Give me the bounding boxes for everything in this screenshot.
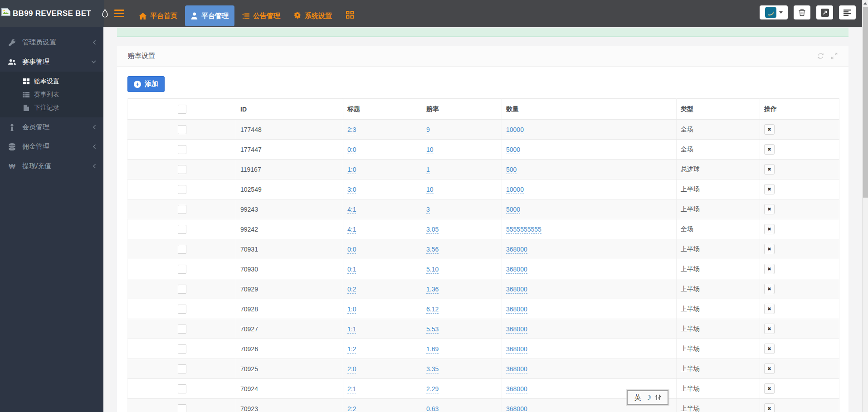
sidebar-subitem-odds-settings[interactable]: 赔率设置: [0, 75, 103, 88]
row-checkbox[interactable]: [178, 285, 186, 294]
delete-row-button[interactable]: ✖: [764, 304, 775, 314]
odds-editable-link[interactable]: 0.63: [426, 405, 439, 412]
odds-editable-link[interactable]: 2.29: [426, 385, 439, 393]
quantity-editable-link[interactable]: 500: [506, 166, 517, 174]
delete-row-button[interactable]: ✖: [764, 124, 775, 135]
delete-row-button[interactable]: ✖: [764, 324, 775, 334]
quantity-editable-link[interactable]: 368000: [506, 405, 527, 412]
quantity-editable-link[interactable]: 368000: [506, 305, 527, 314]
user-menu-button[interactable]: [760, 5, 788, 19]
odds-editable-link[interactable]: 1.69: [426, 345, 439, 354]
odds-editable-link[interactable]: 1.36: [426, 286, 439, 294]
odds-editable-link[interactable]: 3.05: [426, 226, 439, 234]
sidebar-item-member-management[interactable]: 会员管理: [0, 117, 103, 137]
row-checkbox[interactable]: [178, 145, 186, 154]
odds-editable-link[interactable]: 10: [426, 146, 434, 154]
refresh-icon[interactable]: [817, 53, 824, 59]
delete-row-button[interactable]: ✖: [764, 383, 775, 394]
row-checkbox[interactable]: [178, 325, 186, 334]
title-editable-link[interactable]: 2:3: [347, 126, 356, 134]
row-checkbox[interactable]: [178, 265, 186, 274]
brand-logo[interactable]: BB99 REVERSE BET: [0, 0, 104, 27]
delete-row-button[interactable]: ✖: [764, 344, 775, 354]
row-checkbox[interactable]: [178, 165, 186, 174]
title-editable-link[interactable]: 0:0: [347, 246, 356, 254]
nav-item-home[interactable]: 平台首页: [133, 5, 183, 26]
delete-row-button[interactable]: ✖: [764, 284, 775, 294]
title-editable-link[interactable]: 0:0: [347, 146, 356, 154]
title-editable-link[interactable]: 0:2: [347, 286, 356, 294]
quantity-editable-link[interactable]: 368000: [506, 286, 527, 294]
expand-icon[interactable]: [831, 53, 838, 59]
grid-icon[interactable]: [346, 11, 354, 19]
quantity-editable-link[interactable]: 10000: [506, 126, 524, 134]
odds-editable-link[interactable]: 3: [426, 206, 430, 214]
quantity-editable-link[interactable]: 368000: [506, 365, 527, 373]
odds-editable-link[interactable]: 3.35: [426, 365, 439, 373]
title-editable-link[interactable]: 1:0: [347, 305, 356, 314]
scrollbar-up-arrow[interactable]: [863, 0, 868, 6]
title-editable-link[interactable]: 1:2: [347, 345, 356, 354]
add-button[interactable]: + 添加: [127, 76, 165, 92]
vertical-scrollbar[interactable]: [862, 0, 868, 412]
row-checkbox[interactable]: [178, 404, 186, 412]
row-checkbox[interactable]: [178, 384, 186, 393]
quantity-editable-link[interactable]: 10000: [506, 186, 524, 194]
external-link-button[interactable]: [816, 5, 833, 19]
title-editable-link[interactable]: 2:0: [347, 365, 356, 373]
odds-editable-link[interactable]: 5.10: [426, 266, 439, 274]
title-editable-link[interactable]: 2:2: [347, 405, 356, 412]
delete-row-button[interactable]: ✖: [764, 204, 775, 214]
delete-row-button[interactable]: ✖: [764, 244, 775, 254]
title-editable-link[interactable]: 4:1: [347, 206, 356, 214]
quantity-editable-link[interactable]: 5555555555: [506, 226, 541, 234]
title-editable-link[interactable]: 4:1: [347, 226, 356, 234]
row-checkbox[interactable]: [178, 125, 186, 134]
quantity-editable-link[interactable]: 368000: [506, 246, 527, 254]
delete-row-button[interactable]: ✖: [764, 224, 775, 234]
odds-editable-link[interactable]: 10: [426, 186, 434, 194]
delete-row-button[interactable]: ✖: [764, 184, 775, 194]
odds-editable-link[interactable]: 1: [426, 166, 430, 174]
nav-item-announcements[interactable]: 公告管理: [236, 5, 286, 26]
odds-editable-link[interactable]: 9: [426, 126, 430, 134]
hamburger-icon[interactable]: [114, 10, 124, 17]
select-all-checkbox[interactable]: [178, 105, 186, 114]
delete-row-button[interactable]: ✖: [764, 164, 775, 174]
quantity-editable-link[interactable]: 368000: [506, 345, 527, 354]
title-editable-link[interactable]: 2:1: [347, 385, 356, 393]
sidebar-subitem-bet-records[interactable]: 下注记录: [0, 101, 103, 114]
odds-editable-link[interactable]: 6.12: [426, 305, 439, 314]
row-checkbox[interactable]: [178, 364, 186, 373]
sidebar-item-match-management[interactable]: 赛事管理: [0, 52, 103, 72]
quantity-editable-link[interactable]: 5000: [506, 146, 520, 154]
quantity-editable-link[interactable]: 368000: [506, 325, 527, 334]
ime-toolbar[interactable]: 英 ☽: [627, 390, 668, 405]
row-checkbox[interactable]: [178, 225, 186, 234]
quantity-editable-link[interactable]: 5000: [506, 206, 520, 214]
row-checkbox[interactable]: [178, 245, 186, 254]
nav-item-system-settings[interactable]: 系统设置: [288, 5, 338, 26]
delete-row-button[interactable]: ✖: [764, 264, 775, 274]
title-editable-link[interactable]: 1:1: [347, 325, 356, 334]
title-editable-link[interactable]: 3:0: [347, 186, 356, 194]
sidebar-item-commission-management[interactable]: 佣金管理: [0, 137, 103, 156]
sidebar-item-withdraw-deposit[interactable]: ₩ 提现/充值: [0, 156, 103, 176]
quantity-editable-link[interactable]: 368000: [506, 266, 527, 274]
nav-item-platform-admin[interactable]: 平台管理: [185, 5, 234, 26]
odds-editable-link[interactable]: 3.56: [426, 246, 439, 254]
sidebar-item-admin-settings[interactable]: 管理员设置: [0, 33, 103, 52]
sidebar-subitem-match-list[interactable]: 赛事列表: [0, 88, 103, 101]
delete-row-button[interactable]: ✖: [764, 144, 775, 155]
quantity-editable-link[interactable]: 368000: [506, 385, 527, 393]
title-editable-link[interactable]: 1:0: [347, 166, 356, 174]
row-checkbox[interactable]: [178, 185, 186, 194]
row-checkbox[interactable]: [178, 344, 186, 354]
row-checkbox[interactable]: [178, 305, 186, 314]
trash-button[interactable]: [794, 5, 810, 19]
odds-editable-link[interactable]: 5.53: [426, 325, 439, 334]
row-checkbox[interactable]: [178, 205, 186, 214]
scrollbar-thumb[interactable]: [863, 7, 868, 198]
delete-row-button[interactable]: ✖: [764, 364, 775, 374]
layout-list-button[interactable]: [839, 5, 856, 19]
